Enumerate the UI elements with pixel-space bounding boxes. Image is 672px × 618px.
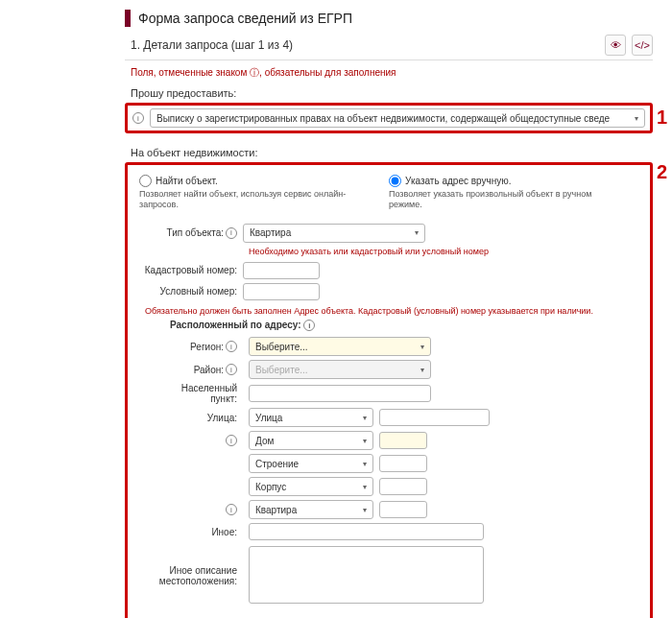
info-icon[interactable]: i [132, 112, 144, 124]
region-label: Регион: [190, 342, 224, 352]
flat-input[interactable] [379, 501, 427, 518]
type-select[interactable]: Квартира ▾ [243, 224, 425, 243]
chevron-down-icon: ▾ [420, 343, 424, 351]
region-select[interactable]: Выберите... ▾ [249, 337, 431, 356]
cond-input[interactable] [243, 283, 320, 300]
chevron-down-icon: ▾ [635, 114, 638, 123]
preview-icon[interactable]: 👁 [605, 35, 626, 56]
district-label: Район: [194, 365, 224, 375]
type-warning: Необходимо указать или кадастровый или у… [249, 247, 638, 256]
district-value: Выберите... [255, 365, 308, 375]
object-box: 2 Найти объект. Позволяет найти объект, … [125, 162, 653, 618]
other-input[interactable] [249, 523, 484, 540]
callout-2: 2 [657, 161, 667, 183]
addr-warning: Обязательно должен быть заполнен Адрес о… [145, 306, 638, 316]
street-label: Улица: [170, 413, 243, 423]
district-select[interactable]: Выберите... ▾ [249, 360, 431, 379]
type-label: Тип объекта: [166, 227, 224, 238]
other-desc-label: Иное описание местоположения: [170, 546, 243, 586]
radio-find-desc: Позволяет найти объект, используя сервис… [139, 189, 350, 210]
info-icon[interactable]: i [226, 435, 237, 446]
chevron-down-icon: ▾ [363, 460, 367, 468]
info-icon[interactable]: i [226, 341, 237, 352]
radio-find-label: Найти объект. [156, 176, 218, 186]
provide-label: Прошу предоставить: [131, 87, 653, 99]
object-section-label: На объект недвижимости: [131, 147, 653, 158]
other-label: Иное: [170, 527, 243, 537]
radio-manual-label: Указать адрес вручную. [405, 176, 512, 186]
chevron-down-icon: ▾ [415, 228, 419, 237]
house-type-value: Дом [255, 436, 274, 446]
radio-find-option[interactable]: Найти объект. Позволяет найти объект, ис… [139, 175, 350, 210]
street-type-value: Улица [255, 413, 282, 423]
building-input[interactable] [379, 455, 427, 472]
step-row: 1. Детали запроса (шаг 1 из 4) 👁 </> [125, 35, 653, 60]
chevron-down-icon: ▾ [363, 437, 367, 445]
cond-label: Условный номер: [139, 286, 243, 297]
chevron-down-icon: ▾ [420, 366, 424, 374]
info-icon[interactable]: i [303, 320, 315, 331]
info-icon[interactable]: i [226, 227, 237, 239]
other-desc-textarea[interactable] [249, 546, 484, 604]
title-accent [125, 10, 131, 27]
radio-manual-option[interactable]: Указать адрес вручную. Позволяет указать… [389, 175, 600, 210]
step-label: 1. Детали запроса (шаг 1 из 4) [131, 38, 293, 52]
korpus-type-select[interactable]: Корпус ▾ [249, 477, 373, 496]
addr-head: Расположенный по адресу: [170, 320, 301, 330]
radio-find[interactable] [139, 175, 152, 187]
building-type-value: Строение [255, 459, 299, 469]
street-input[interactable] [379, 409, 490, 426]
info-icon[interactable]: i [226, 364, 237, 375]
callout-1: 1 [657, 107, 667, 129]
cad-input[interactable] [243, 262, 320, 279]
settlement-input[interactable] [249, 385, 431, 402]
settlement-label: Населенный пункт: [170, 383, 243, 404]
page-title: Форма запроса сведений из ЕГРП [138, 11, 352, 26]
chevron-down-icon: ▾ [363, 414, 367, 422]
korpus-type-value: Корпус [255, 482, 286, 492]
street-type-select[interactable]: Улица ▾ [249, 408, 373, 427]
korpus-input[interactable] [379, 478, 427, 495]
code-icon[interactable]: </> [632, 35, 653, 56]
info-icon[interactable]: i [226, 504, 237, 515]
house-type-select[interactable]: Дом ▾ [249, 431, 373, 450]
radio-manual-desc: Позволяет указать произвольный объект в … [389, 189, 600, 210]
page-title-bar: Форма запроса сведений из ЕГРП [125, 10, 653, 27]
provide-select-value: Выписку о зарегистрированных правах на о… [156, 113, 610, 124]
provide-select[interactable]: Выписку о зарегистрированных правах на о… [150, 108, 645, 128]
cad-label: Кадастровый номер: [139, 265, 243, 275]
flat-type-value: Квартира [255, 505, 297, 515]
building-type-select[interactable]: Строение ▾ [249, 454, 373, 473]
required-note: Поля, отмеченные знаком ⓘ, обязательны д… [131, 66, 653, 80]
type-value: Квартира [250, 227, 291, 238]
radio-manual[interactable] [389, 175, 401, 187]
chevron-down-icon: ▾ [363, 483, 367, 491]
house-input[interactable] [379, 432, 427, 449]
region-value: Выберите... [255, 342, 308, 352]
chevron-down-icon: ▾ [363, 506, 367, 514]
provide-box: i Выписку о зарегистрированных правах на… [125, 103, 653, 133]
flat-type-select[interactable]: Квартира ▾ [249, 500, 373, 519]
